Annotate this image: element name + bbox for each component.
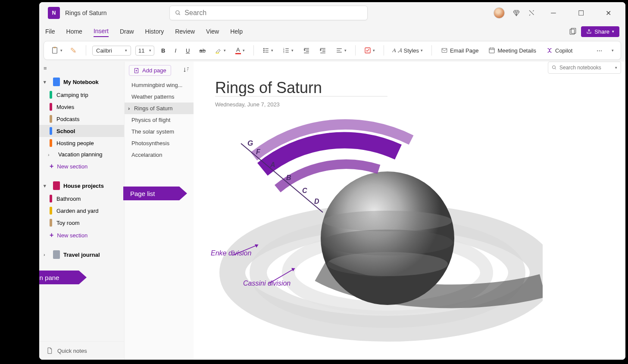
indent-button[interactable] [317,46,329,55]
quick-notes-button[interactable]: Quick notes [39,341,124,360]
section-vacation-planning[interactable]: ›Vacation planning [39,149,124,160]
svg-point-7 [263,48,264,49]
email-page-button[interactable]: Email Page [438,46,481,56]
premium-icon[interactable] [512,9,520,17]
paste-button[interactable]: ▾ [48,44,65,56]
menu-view[interactable]: View [206,26,219,37]
notebook-travel-journal[interactable]: › Travel journal [39,248,124,261]
navigation-pane: ≡ ▾ My Notebook Camping trip Movies Podc… [39,62,125,360]
more-button[interactable]: ⋯ [594,46,605,56]
svg-text:Enke division: Enke division [211,249,251,257]
number-list-button[interactable]: 123▾ [280,46,296,55]
page-canvas[interactable]: Rings of Saturn Wednesday, June 7, 2023 [194,62,625,360]
menubar: File Home Insert Draw History Review Vie… [39,24,625,39]
svg-point-36 [553,66,556,69]
page-solar-system[interactable]: The solar system [125,126,194,137]
share-icon [586,29,592,34]
svg-text:A: A [270,161,275,168]
section-camping-trip[interactable]: Camping trip [39,89,124,101]
outdent-button[interactable] [300,46,312,55]
menu-help[interactable]: Help [230,26,243,37]
svg-text:D: D [314,198,319,205]
section-bathroom[interactable]: Bathroom [39,193,124,205]
section-toy-room[interactable]: Toy room [39,217,124,229]
svg-text:C: C [302,187,307,194]
sparkle-icon[interactable] [528,9,536,17]
svg-point-45 [323,211,452,231]
search-notebooks-placeholder: Search notebooks [559,65,601,71]
page-physics-of-flight[interactable]: Physics of flight [125,114,194,126]
page-date: Wednesday, June 7, 2023 [215,101,280,108]
format-painter-button[interactable] [68,45,80,56]
align-button[interactable]: ▾ [333,46,349,55]
bullet-list-button[interactable]: ▾ [260,46,276,55]
highlight-button[interactable]: ▾ [212,45,228,56]
menu-draw[interactable]: Draw [120,26,134,37]
svg-rect-31 [442,48,447,52]
search-icon [552,65,557,70]
search-icon [175,10,181,16]
svg-point-11 [263,52,264,53]
ribbon: ▾ Cailbri▾ 11▾ B I U ab ▾ A▾ ▾ 123▾ ▾ ▾ … [44,41,621,60]
svg-text:B: B [286,174,291,181]
search-input[interactable]: Search [169,6,368,20]
page-weather-patterns[interactable]: Weather patterns [125,91,194,103]
svg-text:F: F [256,148,261,156]
add-page-icon [134,68,140,74]
tag-button[interactable]: ▾ [362,45,378,56]
open-in-app-icon[interactable] [569,28,577,35]
menu-review[interactable]: Review [175,26,195,37]
section-garden-and-yard[interactable]: Garden and yard [39,205,124,217]
copilot-button[interactable]: Copilot [543,45,575,56]
svg-line-1 [179,14,180,15]
new-section-button-1[interactable]: +New section [39,160,124,173]
nav-toggle-icon[interactable]: ≡ [39,62,124,75]
ribbon-expand-button[interactable]: ▾ [609,47,616,54]
underline-button[interactable]: U [183,46,192,56]
svg-line-37 [555,68,556,70]
app-icon: N [48,7,60,19]
page-hummingbird[interactable]: Hummingbird wing... [125,79,194,91]
svg-rect-4 [53,47,57,53]
menu-history[interactable]: History [145,26,164,37]
callout-navigation-pane: Navigation pane [39,271,79,284]
font-size-select[interactable]: 11▾ [135,46,154,56]
notebook-house-projects[interactable]: ▾ House projects [39,179,124,193]
section-movies[interactable]: Movies [39,101,124,113]
menu-file[interactable]: File [45,26,55,37]
menu-insert[interactable]: Insert [94,26,109,37]
page-list-pane: Add page Hummingbird wing... Weather pat… [125,62,194,360]
font-color-button[interactable]: A▾ [233,45,247,56]
bold-button[interactable]: B [159,46,168,56]
page-accelaration[interactable]: Accelaration [125,149,194,161]
font-select[interactable]: Cailbri▾ [92,46,131,56]
section-school[interactable]: School [39,125,124,137]
page-icon [46,347,53,355]
svg-point-46 [322,230,453,255]
strikethrough-button[interactable]: ab [197,46,208,56]
page-photosynthesis[interactable]: Photosynthesis [125,137,194,149]
meeting-details-button[interactable]: Meeting Details [485,45,539,56]
share-button[interactable]: Share ▾ [581,26,619,37]
search-placeholder: Search [184,9,206,17]
close-button[interactable]: ✕ [599,4,619,22]
search-notebooks-input[interactable]: Search notebooks ▾ [548,62,621,74]
section-podcasts[interactable]: Podcasts [39,113,124,125]
avatar[interactable] [494,7,505,19]
minimize-button[interactable]: ─ [544,4,563,22]
add-page-button[interactable]: Add page [129,65,171,76]
italic-button[interactable]: I [172,46,179,56]
svg-rect-6 [216,53,219,53]
page-title[interactable]: Rings of Saturn [215,79,322,97]
svg-text:Cassini division: Cassini division [243,280,291,287]
section-hosting-people[interactable]: Hosting people [39,137,124,149]
menu-home[interactable]: Home [66,26,82,37]
saturn-diagram: G F A B C D Enke division Cassini divisi… [206,113,543,355]
svg-rect-5 [53,47,56,48]
sort-icon[interactable] [183,67,189,74]
notebook-my-notebook[interactable]: ▾ My Notebook [39,75,124,89]
styles-button[interactable]: A𝓐 Styles▾ [390,45,425,56]
maximize-button[interactable]: ☐ [571,4,591,22]
new-section-button-2[interactable]: +New section [39,229,124,242]
page-rings-of-saturn[interactable]: Rings of Saturn [125,103,194,114]
